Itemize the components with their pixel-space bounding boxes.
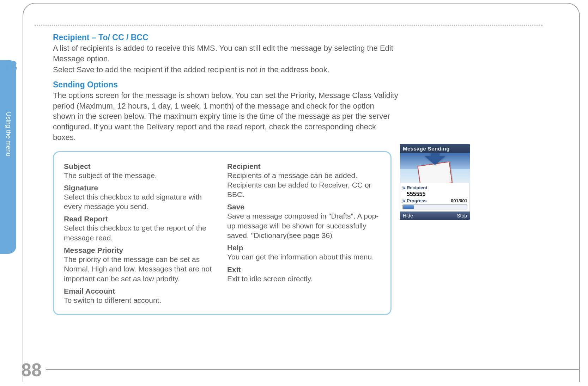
options-column-right: Recipient Recipients of a message can be…: [227, 159, 381, 307]
option-desc: You can get the information about this m…: [227, 252, 381, 262]
option-desc: Select this checkbox to add signature wi…: [64, 192, 217, 212]
phone-illustration: [400, 153, 470, 183]
progress-bar: [402, 204, 467, 209]
option-desc: The subject of the message.: [64, 171, 217, 180]
chapter-title: Using the menu: [5, 112, 12, 156]
progress-label: Progress: [402, 198, 426, 203]
option-term: Recipient: [227, 162, 381, 171]
option-desc: To switch to different account.: [64, 295, 217, 305]
option-term: Exit: [227, 265, 381, 274]
footer-rule: [46, 369, 579, 370]
paragraph: A list of recipients is added to receive…: [53, 43, 395, 64]
option-term: Subject: [64, 162, 217, 171]
divider-dotted: [35, 25, 542, 26]
bullet-icon: [402, 186, 405, 189]
option-term: Message Priority: [64, 246, 217, 255]
phone-softkeys: Hide Stop: [400, 212, 470, 220]
recipient-value: 555555: [402, 191, 425, 197]
progress-value: 001/001: [451, 198, 467, 203]
phone-titlebar: Message Sending: [400, 144, 470, 153]
softkey-stop[interactable]: Stop: [457, 213, 467, 219]
paragraph: Select Save to add the recipient if the …: [53, 65, 395, 75]
option-desc: Exit to idle screen directly.: [227, 274, 381, 283]
heading-sending-options: Sending Options: [53, 80, 569, 90]
send-arrow-icon: [424, 156, 445, 165]
softkey-hide[interactable]: Hide: [403, 213, 413, 219]
paragraph: The options screen for the message is sh…: [53, 90, 399, 142]
option-term: Help: [227, 244, 381, 252]
phone-screenshot: Message Sending Recipient 555555 Progres…: [400, 144, 470, 226]
chapter-tab: 03 Using the menu: [0, 60, 16, 254]
options-column-left: Subject The subject of the message. Sign…: [64, 159, 217, 307]
option-desc: Recipients of a message can be added. Re…: [227, 171, 381, 200]
options-callout-box: Subject The subject of the message. Sign…: [53, 151, 392, 315]
progress-fill: [403, 205, 414, 209]
option-desc: Save a message composed in "Drafts". A p…: [227, 211, 381, 240]
heading-recipient: Recipient – To/ CC / BCC: [53, 33, 569, 42]
page-number: 88: [21, 359, 42, 380]
page-content: Recipient – To/ CC / BCC A list of recip…: [53, 25, 569, 315]
bullet-icon: [402, 200, 405, 202]
option-term: Read Report: [64, 215, 217, 223]
option-term: Save: [227, 203, 381, 211]
option-term: Email Account: [64, 287, 217, 295]
option-desc: Select this checkbox to get the report o…: [64, 223, 217, 243]
recipient-label: Recipient: [402, 185, 428, 190]
option-desc: The priority of the message can be set a…: [64, 255, 217, 283]
phone-panel: Recipient 555555 Progress 001/001: [400, 183, 470, 212]
option-term: Signature: [64, 184, 217, 192]
chapter-number: 03: [1, 58, 17, 75]
